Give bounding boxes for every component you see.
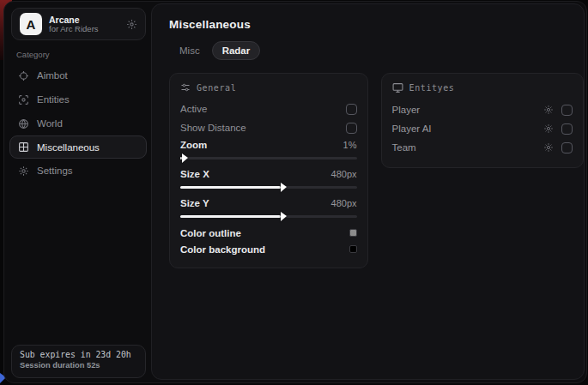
brand-title: Arcane	[49, 15, 119, 25]
entities-card-title: Entityes	[409, 83, 455, 93]
sliders-icon	[180, 82, 191, 93]
grid-icon	[18, 141, 29, 153]
scan-icon	[18, 94, 29, 105]
slider-group-size-x: Size X 480px	[180, 166, 357, 189]
general-card-header: General	[180, 82, 357, 93]
crosshair-icon	[18, 70, 29, 81]
slider-label: Zoom	[180, 140, 207, 150]
sidebar-item-aimbot[interactable]: Aimbot	[9, 63, 147, 87]
color-row-background: Color background	[180, 241, 357, 257]
show-distance-checkbox[interactable]	[346, 123, 357, 134]
sidebar-item-entities[interactable]: Entities	[9, 87, 147, 111]
toggle-row-active: Active	[180, 99, 357, 118]
slider-value: 480px	[331, 169, 357, 179]
sub-expiry-text: Sub expires in 23d 20h	[20, 350, 137, 359]
gear-icon[interactable]	[543, 142, 554, 153]
slider-fill	[180, 215, 281, 218]
general-card: General Active Show Distance Zoom 1%	[169, 73, 368, 268]
page-title: Miscellaneous	[169, 18, 584, 31]
color-background-swatch[interactable]	[349, 245, 357, 253]
slider-thumb[interactable]	[281, 183, 287, 192]
settings-cards: General Active Show Distance Zoom 1%	[169, 73, 584, 268]
general-card-title: General	[197, 83, 236, 93]
monitor-icon	[392, 82, 403, 93]
sidebar-item-label: Entities	[37, 94, 70, 105]
toggle-label: Active	[180, 104, 207, 114]
main-panel: Miscellaneous Misc Radar General Active	[151, 3, 585, 380]
tab-misc[interactable]: Misc	[169, 41, 210, 60]
color-outline-swatch[interactable]	[349, 229, 357, 237]
entity-label: Player	[392, 105, 543, 115]
tab-bar: Misc Radar	[169, 41, 584, 60]
sidebar-item-label: Settings	[37, 165, 73, 176]
entity-label: Team	[392, 142, 543, 153]
brand-card[interactable]: A Arcane for Arc Riders	[11, 8, 146, 40]
gear-icon[interactable]	[126, 19, 137, 30]
gear-icon[interactable]	[543, 105, 554, 115]
player-ai-checkbox[interactable]	[561, 123, 573, 135]
sidebar-item-settings[interactable]: Settings	[9, 159, 147, 183]
sidebar: A Arcane for Arc Riders Category	[4, 2, 151, 382]
slider-group-zoom: Zoom 1%	[180, 137, 357, 159]
size-x-slider[interactable]	[180, 186, 357, 189]
color-label: Color background	[180, 244, 265, 255]
toggle-label: Show Distance	[180, 123, 246, 133]
brand-logo: A	[20, 13, 42, 35]
slider-label: Size X	[180, 169, 209, 179]
brand-text: Arcane for Arc Riders	[49, 15, 119, 34]
session-duration-text: Session duration 52s	[20, 361, 137, 370]
slider-value: 1%	[343, 140, 357, 150]
slider-fill	[180, 186, 281, 189]
team-checkbox[interactable]	[561, 142, 573, 153]
gear-icon	[18, 165, 29, 177]
slider-fill	[180, 157, 182, 159]
active-checkbox[interactable]	[346, 104, 357, 115]
sidebar-item-label: World	[37, 118, 63, 129]
tab-radar[interactable]: Radar	[212, 41, 261, 60]
zoom-slider[interactable]	[180, 157, 357, 159]
player-checkbox[interactable]	[561, 105, 573, 116]
sidebar-item-world[interactable]: World	[9, 111, 147, 135]
slider-thumb[interactable]	[281, 212, 287, 221]
slider-group-size-y: Size Y 480px	[180, 196, 357, 218]
entity-row-player-ai: Player AI	[392, 119, 573, 138]
sidebar-item-label: Miscellaneous	[37, 142, 100, 153]
subscription-card: Sub expires in 23d 20h Session duration …	[11, 345, 146, 378]
sidebar-item-miscellaneous[interactable]: Miscellaneous	[9, 135, 147, 159]
entity-row-player: Player	[392, 100, 573, 119]
slider-value: 480px	[331, 198, 357, 208]
entities-card: Entityes Player Player AI	[381, 73, 584, 168]
entity-label: Player AI	[392, 123, 543, 134]
slider-thumb[interactable]	[182, 153, 188, 163]
brand-subtitle: for Arc Riders	[49, 25, 119, 34]
sidebar-item-label: Aimbot	[37, 70, 68, 81]
app-window: A Arcane for Arc Riders Category	[3, 1, 587, 383]
category-label: Category	[16, 50, 50, 59]
toggle-row-show-distance: Show Distance	[180, 118, 357, 137]
gear-icon[interactable]	[543, 123, 554, 134]
globe-icon	[18, 118, 29, 129]
sidebar-nav: Aimbot Entities World	[9, 63, 147, 183]
color-row-outline: Color outline	[180, 225, 357, 241]
color-label: Color outline	[180, 228, 241, 238]
entity-row-team: Team	[392, 138, 573, 157]
size-y-slider[interactable]	[180, 215, 357, 218]
entities-card-header: Entityes	[392, 82, 573, 93]
slider-label: Size Y	[180, 198, 209, 208]
